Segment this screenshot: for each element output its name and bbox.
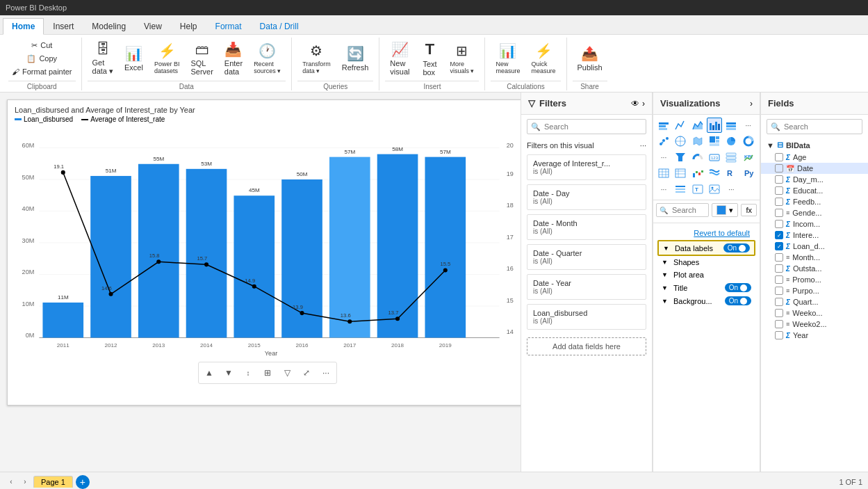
more-visuals-button[interactable]: ⊞ Morevisuals ▾ <box>445 38 479 79</box>
viz-slicer[interactable] <box>673 182 688 197</box>
add-data-fields-button[interactable]: Add data fields here <box>527 337 646 355</box>
field-age[interactable]: Σ Age <box>761 152 868 163</box>
field-date[interactable]: 📅 Date <box>761 163 868 174</box>
transform-data-button[interactable]: ⚙ Transformdata ▾ <box>297 38 336 79</box>
bar-2017[interactable] <box>329 157 370 338</box>
field-feedb-checkbox[interactable] <box>775 198 783 206</box>
viz-line-chart[interactable] <box>673 118 688 133</box>
viz-card[interactable]: 123 <box>707 150 722 165</box>
recent-sources-button[interactable]: 🕐 Recentsources ▾ <box>249 38 286 79</box>
filters-eye-button[interactable]: 👁 <box>631 99 639 109</box>
field-weeko1-checkbox[interactable] <box>775 309 783 317</box>
viz-map[interactable] <box>673 134 688 149</box>
viz-area-chart[interactable] <box>690 118 705 133</box>
field-gende-checkbox[interactable] <box>775 209 783 217</box>
tab-help[interactable]: Help <box>171 17 206 34</box>
viz-r-visual[interactable]: R <box>723 166 739 181</box>
viz-more-4[interactable]: ··· <box>723 182 739 197</box>
field-loand-checkbox[interactable]: ✓ <box>775 242 783 250</box>
field-feedb[interactable]: Σ Feedb... <box>761 196 868 207</box>
field-gende[interactable]: ≡ Gende... <box>761 207 868 218</box>
quick-measure-button[interactable]: ⚡ Quickmeasure <box>527 38 561 79</box>
field-year-checkbox[interactable] <box>775 331 783 339</box>
field-date-checkbox[interactable] <box>775 164 783 173</box>
viz-table[interactable] <box>656 166 671 181</box>
new-measure-button[interactable]: 📊 Newmeasure <box>491 38 525 79</box>
field-intere-checkbox[interactable]: ✓ <box>775 231 783 239</box>
tab-modeling[interactable]: Modeling <box>83 17 135 34</box>
page-1-tab[interactable]: Page 1 <box>33 476 73 488</box>
color-picker-button[interactable]: ▾ <box>712 203 738 217</box>
get-data-button[interactable]: 🗄 Getdata ▾ <box>88 38 118 79</box>
background-toggle[interactable]: On <box>725 296 751 305</box>
bar-2014[interactable] <box>186 169 227 338</box>
plot-area-section[interactable]: ▼ Plot area <box>657 268 755 281</box>
viz-more-1[interactable]: ··· <box>741 118 756 133</box>
tab-data-drill[interactable]: Data / Drill <box>251 17 308 34</box>
viz-text-box-vis[interactable]: T <box>690 182 705 197</box>
tab-view[interactable]: View <box>135 17 171 34</box>
bar-2011[interactable] <box>42 303 83 338</box>
field-weeko2[interactable]: ≡ Weeko2... <box>761 319 868 330</box>
viz-kpi[interactable]: KPI <box>741 150 756 165</box>
field-promo[interactable]: ≡ Promo... <box>761 274 868 285</box>
more-options-button[interactable]: ··· <box>318 364 334 381</box>
focus-mode-button[interactable]: ⤢ <box>298 364 315 381</box>
field-quart-checkbox[interactable] <box>775 298 783 306</box>
viz-matrix[interactable] <box>673 166 688 181</box>
refresh-button[interactable]: 🔄 Refresh <box>337 38 374 79</box>
page-nav-prev[interactable]: ‹ <box>6 476 17 488</box>
tab-format[interactable]: Format <box>206 17 251 34</box>
field-quart[interactable]: Σ Quart... <box>761 296 868 307</box>
viz-more-2[interactable]: ··· <box>656 150 671 165</box>
viz-scatter[interactable] <box>656 134 671 149</box>
filter-item-5[interactable]: Loan_disbursed is (All) <box>527 304 646 330</box>
sort-options-button[interactable]: ↕ <box>240 364 256 381</box>
enter-data-button[interactable]: 📥 Enterdata <box>220 38 247 79</box>
viz-donut[interactable] <box>741 134 756 149</box>
viz-waterfall[interactable] <box>690 166 705 181</box>
field-incom-checkbox[interactable] <box>775 220 783 228</box>
field-loand[interactable]: ✓ Σ Loan_d... <box>761 241 868 252</box>
field-month-checkbox[interactable] <box>775 253 783 262</box>
viz-expand-icon[interactable]: › <box>750 99 753 109</box>
filter-item-1[interactable]: Date - Day is (All) <box>527 184 646 210</box>
bar-2013[interactable] <box>138 164 179 338</box>
expand-button[interactable]: ⊞ <box>259 364 276 381</box>
shapes-section[interactable]: ▼ Shapes <box>657 256 755 268</box>
text-box-button[interactable]: T Textbox <box>416 38 443 79</box>
publish-button[interactable]: 📤 Publish <box>573 38 607 79</box>
copy-button[interactable]: 📋 Copy <box>8 52 76 65</box>
sort-asc-button[interactable]: ▲ <box>201 364 218 381</box>
tab-home[interactable]: Home <box>3 18 44 35</box>
bidata-group-header[interactable]: ▼ ⊟ BIData <box>761 138 868 152</box>
filters-nav-button[interactable]: › <box>642 99 645 109</box>
data-labels-section[interactable]: ▼ Data labels On <box>657 240 755 256</box>
filter-item-0[interactable]: Average of Interest_r... is (All) <box>527 154 646 180</box>
viz-filled-map[interactable] <box>690 134 705 149</box>
power-bi-datasets-button[interactable]: ⚡ Power BIdatasets <box>149 38 185 79</box>
viz-pie[interactable] <box>723 134 739 149</box>
filter-item-3[interactable]: Date - Quarter is (All) <box>527 244 646 270</box>
fx-button[interactable]: fx <box>741 204 757 216</box>
field-weeko2-checkbox[interactable] <box>775 320 783 328</box>
viz-image[interactable] <box>707 182 722 197</box>
filters-search-input[interactable] <box>527 119 646 134</box>
field-daym-checkbox[interactable] <box>775 175 783 184</box>
field-intere[interactable]: ✓ Σ Intere... <box>761 230 868 241</box>
field-educat-checkbox[interactable] <box>775 186 783 195</box>
viz-gauge[interactable] <box>690 150 705 165</box>
sort-desc-button[interactable]: ▼ <box>220 364 237 381</box>
field-promo-checkbox[interactable] <box>775 275 783 284</box>
format-painter-button[interactable]: 🖌 Format painter <box>8 65 76 78</box>
page-nav-next[interactable]: › <box>19 476 31 488</box>
viz-ribbon[interactable] <box>707 166 722 181</box>
bar-2015[interactable] <box>234 195 275 337</box>
bar-2019[interactable] <box>425 157 466 338</box>
viz-multi-row-card[interactable] <box>723 150 739 165</box>
add-page-button[interactable]: + <box>76 475 90 489</box>
sql-server-button[interactable]: 🗃 SQLServer <box>186 38 218 79</box>
viz-python-visual[interactable]: Py <box>741 166 756 181</box>
viz-stacked-bar[interactable] <box>656 118 671 133</box>
viz-100pct-stacked-bar[interactable] <box>723 118 739 133</box>
